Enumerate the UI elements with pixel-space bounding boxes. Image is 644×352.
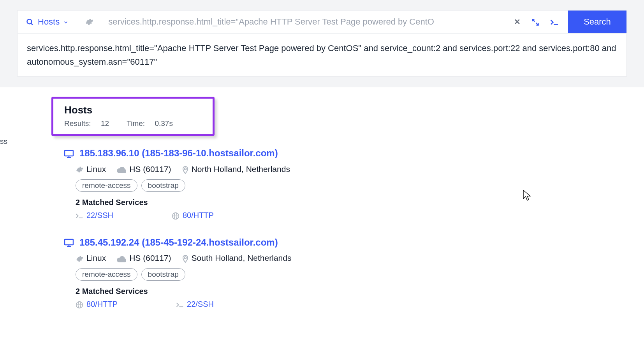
results-count-value: 12: [101, 119, 109, 127]
result-os[interactable]: Linux: [76, 165, 106, 174]
search-input[interactable]: [108, 17, 498, 27]
result-title: 185.45.192.24 (185-45-192-24.hostsailor.…: [64, 237, 644, 248]
results-summary-highlight: Hosts Results: 12 Time: 0.37s: [51, 97, 215, 136]
services-row: 80/HTTP22/SSH: [76, 300, 644, 309]
terminal-icon[interactable]: [550, 18, 559, 27]
chevron-down-icon: [63, 19, 68, 25]
result-asn[interactable]: HS (60117): [117, 253, 171, 263]
service-link[interactable]: 22/SSH: [86, 211, 113, 220]
result-hostname: (185-45-192-24.hostsailor.com): [142, 237, 278, 248]
services-row: 22/SSH80/HTTP: [76, 211, 644, 220]
pin-icon: [182, 253, 188, 263]
pin-icon: [182, 164, 188, 173]
result-meta-row: LinuxHS (60117)South Holland, Netherland…: [76, 253, 644, 263]
result-tag[interactable]: remote-access: [76, 268, 137, 281]
service-link[interactable]: 80/HTTP: [86, 300, 118, 309]
result-item: 185.45.192.24 (185-45-192-24.hostsailor.…: [64, 237, 644, 309]
result-tags: remote-accessbootstrap: [76, 268, 644, 281]
matched-services-label: 2 Matched Services: [76, 287, 644, 296]
globe-icon: [76, 300, 83, 309]
result-ip-link[interactable]: 185.183.96.10 (185-183-96-10.hostsailor.…: [79, 148, 278, 159]
service-item: 80/HTTP: [172, 211, 214, 220]
results-time-label: Time:: [127, 119, 145, 127]
search-button[interactable]: Search: [568, 11, 626, 33]
search-bar: Hosts ✕ Search: [17, 10, 627, 34]
result-tag[interactable]: bootstrap: [141, 268, 185, 281]
svg-rect-5: [65, 150, 73, 156]
globe-icon: [172, 211, 179, 220]
results-count-label: Results:: [64, 119, 91, 127]
result-hostname: (185-183-96-10.hostsailor.com): [142, 148, 278, 158]
result-ip: 185.45.192.24: [79, 237, 139, 248]
result-ip: 185.183.96.10: [79, 148, 139, 158]
results-heading: Hosts: [64, 104, 188, 116]
collapse-icon[interactable]: [531, 18, 539, 27]
result-tag[interactable]: bootstrap: [141, 179, 185, 192]
svg-line-1: [31, 23, 33, 25]
left-nav-fragment: ss: [0, 137, 7, 146]
results-time-value: 0.37s: [155, 119, 172, 127]
svg-point-0: [27, 19, 32, 24]
search-bar-area: Hosts ✕ Search services.http.response.ht…: [0, 0, 644, 87]
terminal-icon: [76, 211, 83, 220]
service-link[interactable]: 22/SSH: [187, 300, 214, 309]
result-tags: remote-accessbootstrap: [76, 179, 644, 192]
monitor-icon: [64, 148, 74, 159]
result-os[interactable]: Linux: [76, 253, 106, 263]
results-area: Hosts Results: 12 Time: 0.37s 185.183.96…: [0, 87, 644, 352]
gear-icon: [76, 253, 83, 263]
result-item: 185.183.96.10 (185-183-96-10.hostsailor.…: [64, 148, 644, 219]
matched-services-label: 2 Matched Services: [76, 198, 644, 207]
cloud-icon: [117, 253, 126, 263]
terminal-icon: [176, 300, 184, 309]
result-title: 185.183.96.10 (185-183-96-10.hostsailor.…: [64, 148, 644, 159]
results-stats: Results: 12 Time: 0.37s: [64, 119, 188, 128]
result-ip-link[interactable]: 185.45.192.24 (185-45-192-24.hostsailor.…: [79, 237, 278, 248]
result-asn[interactable]: HS (60117): [117, 165, 171, 174]
service-item: 22/SSH: [76, 211, 113, 220]
svg-rect-13: [65, 239, 73, 245]
service-link[interactable]: 80/HTTP: [183, 211, 214, 220]
gear-icon: [85, 18, 93, 26]
result-location[interactable]: South Holland, Netherlands: [182, 253, 292, 263]
search-icon: [26, 17, 34, 27]
result-meta-row: LinuxHS (60117)North Holland, Netherland…: [76, 164, 644, 173]
gear-icon: [76, 165, 83, 174]
svg-point-16: [184, 257, 186, 259]
svg-point-8: [184, 168, 186, 170]
expanded-query-box[interactable]: services.http.response.html_title="Apach…: [17, 34, 627, 77]
monitor-icon: [64, 237, 74, 248]
search-input-wrapper: [101, 11, 505, 33]
search-settings-button[interactable]: [77, 11, 101, 33]
search-input-actions: ✕: [505, 11, 568, 33]
clear-icon[interactable]: ✕: [514, 17, 521, 27]
result-location[interactable]: North Holland, Netherlands: [182, 164, 290, 173]
search-mode-label: Hosts: [38, 17, 60, 27]
cloud-icon: [117, 165, 126, 174]
service-item: 22/SSH: [176, 300, 214, 309]
service-item: 80/HTTP: [76, 300, 118, 309]
result-tag[interactable]: remote-access: [76, 179, 137, 192]
search-mode-selector[interactable]: Hosts: [18, 11, 77, 33]
result-list: 185.183.96.10 (185-183-96-10.hostsailor.…: [51, 136, 644, 309]
